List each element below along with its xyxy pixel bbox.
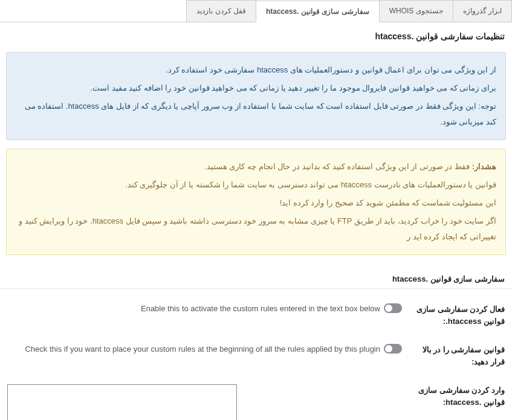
- place-top-control: Check this if you want to place your cus…: [7, 344, 402, 354]
- warning-box: هشدار: فقط در صورتی از این ویژگی استفاده…: [6, 149, 506, 255]
- tab-visitor-lock[interactable]: قفل کردن بازدید: [186, 0, 256, 22]
- tab-whois[interactable]: جستجوی WHOIS: [379, 0, 453, 22]
- info-line-2: برای زمانی که می خواهید قوانین فایروال م…: [16, 80, 496, 96]
- custom-rules-wrap: [7, 384, 402, 420]
- place-top-desc: Check this if you want to place your cus…: [25, 344, 380, 354]
- custom-rules-textarea[interactable]: [7, 384, 237, 420]
- page-title: تنظیمات سفارشی قوانین .htaccess: [0, 22, 512, 48]
- info-line-1: از این ویژگی می توان برای اعمال قوانین و…: [16, 62, 496, 78]
- enable-custom-rules-label: فعال کردن سفارشی سازی قوانین htaccess.:: [402, 303, 505, 327]
- place-top-toggle[interactable]: [384, 344, 402, 354]
- row-custom-rules-input: وارد کردن سفارشی سازی قوانین .htaccess:: [0, 376, 512, 420]
- warn-line-1: هشدار: فقط در صورتی از این ویژگی استفاده…: [16, 159, 496, 175]
- info-box: از این ویژگی می توان برای اعمال قوانین و…: [6, 52, 506, 140]
- tab-custom-htaccess[interactable]: سفارشی سازی قوانین .htaccess: [256, 1, 380, 22]
- warn-bold: هشدار:: [472, 162, 496, 171]
- place-top-label: قوانین سفارشی را در بالا قرار دهید:: [402, 344, 505, 367]
- enable-custom-rules-toggle[interactable]: [384, 303, 402, 313]
- info-line-3: توجه: این ویژگی فقط در صورتی قابل استفاد…: [16, 99, 496, 130]
- enable-custom-rules-desc: Enable this to activate the custom rules…: [141, 304, 380, 313]
- warn-line-4: اگر سایت خود را خراب کردید، باید از طریق…: [16, 213, 496, 245]
- warn-text-1: فقط در صورتی از این ویژگی استفاده کنید ک…: [204, 162, 471, 171]
- tabs: ابزار گذرواژه جستجوی WHOIS سفارشی سازی ق…: [0, 0, 512, 22]
- section-title: سفارشی سازی قوانین .htaccess: [0, 263, 512, 289]
- warn-line-2: قوانین یا دستورالعملیات های نادرست htacc…: [16, 177, 496, 193]
- row-enable-custom-rules: فعال کردن سفارشی سازی قوانین htaccess.: …: [0, 295, 512, 335]
- custom-rules-label: وارد کردن سفارشی سازی قوانین .htaccess:: [402, 384, 505, 408]
- tab-password-tool[interactable]: ابزار گذرواژه: [453, 0, 512, 22]
- warn-line-3: این مسئولیت شماست که مطمئن شوید کد صحیح …: [16, 195, 496, 211]
- row-place-top: قوانین سفارشی را در بالا قرار دهید: Chec…: [0, 335, 512, 376]
- enable-custom-rules-control: Enable this to activate the custom rules…: [7, 303, 402, 313]
